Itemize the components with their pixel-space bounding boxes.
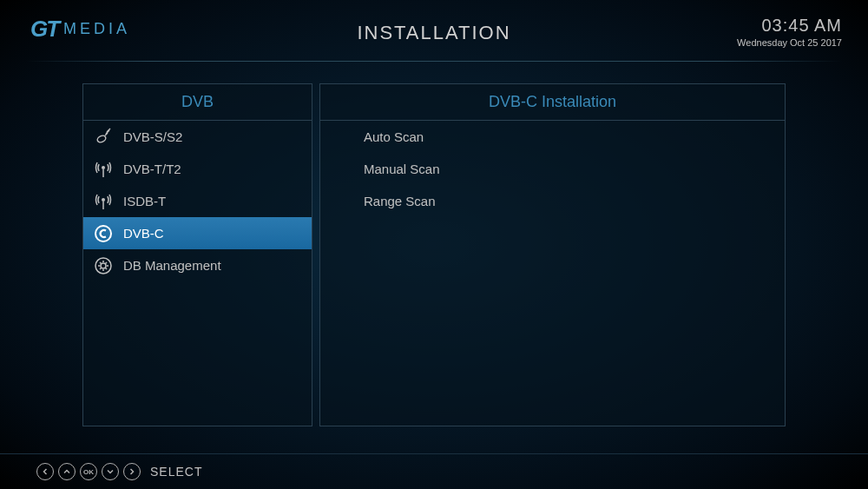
cable-icon [92,222,115,245]
datetime: 03:45 AM Wednesday Oct 25 2017 [737,16,842,48]
svg-point-3 [102,198,105,202]
nav-left-icon[interactable] [36,463,54,480]
right-panel-header: DVB-C Installation [320,84,785,121]
left-panel-header: DVB [83,84,312,121]
time-display: 03:45 AM [737,16,842,36]
header: GT MEDIA INSTALLATION 03:45 AM Wednesday… [0,0,868,48]
menu-item-dvb-t[interactable]: DVB-T/T2 [83,153,312,185]
right-panel-body: Auto Scan Manual Scan Range Scan [320,121,785,426]
antenna-icon [92,190,115,213]
footer-content: OK SELECT [0,454,868,489]
menu-item-dvb-c[interactable]: DVB-C [83,217,312,249]
svg-point-1 [102,166,105,169]
right-panel: DVB-C Installation Auto Scan Manual Scan… [319,83,786,426]
footer: OK SELECT [0,453,868,489]
left-panel-body: DVB-S/S2 DVB-T/T2 [83,121,312,426]
svg-point-5 [95,226,111,241]
nav-up-icon[interactable] [58,463,76,480]
antenna-icon [92,158,115,181]
nav-right-icon[interactable] [123,463,141,480]
sub-item-range-scan[interactable]: Range Scan [320,185,785,217]
svg-point-6 [95,258,111,274]
date-display: Wednesday Oct 25 2017 [737,37,842,48]
menu-label: DVB-S/S2 [123,129,182,144]
menu-label: ISDB-T [123,194,166,208]
logo: GT MEDIA [30,16,130,43]
svg-point-7 [101,263,106,268]
menu-label: DVB-C [123,226,164,241]
menu-label: DVB-T/T2 [123,162,181,176]
menu-item-dvb-s[interactable]: DVB-S/S2 [83,121,312,153]
menu-label: DB Management [123,258,221,273]
svg-point-0 [96,134,107,143]
menu-item-isdb-t[interactable]: ISDB-T [83,185,312,217]
logo-gt: GT [30,16,58,43]
content-area: DVB DVB-S/S2 [0,62,868,426]
logo-media: MEDIA [63,20,130,38]
satellite-icon [92,126,115,149]
menu-item-db-management[interactable]: DB Management [83,249,312,281]
left-panel: DVB DVB-S/S2 [82,83,312,426]
sub-item-auto-scan[interactable]: Auto Scan [320,121,785,153]
nav-ok-button[interactable]: OK [80,463,97,480]
nav-down-icon[interactable] [102,463,119,480]
gear-icon [92,254,115,277]
page-title: INSTALLATION [357,22,510,44]
footer-select-label: SELECT [150,465,202,479]
sub-item-manual-scan[interactable]: Manual Scan [320,153,785,185]
